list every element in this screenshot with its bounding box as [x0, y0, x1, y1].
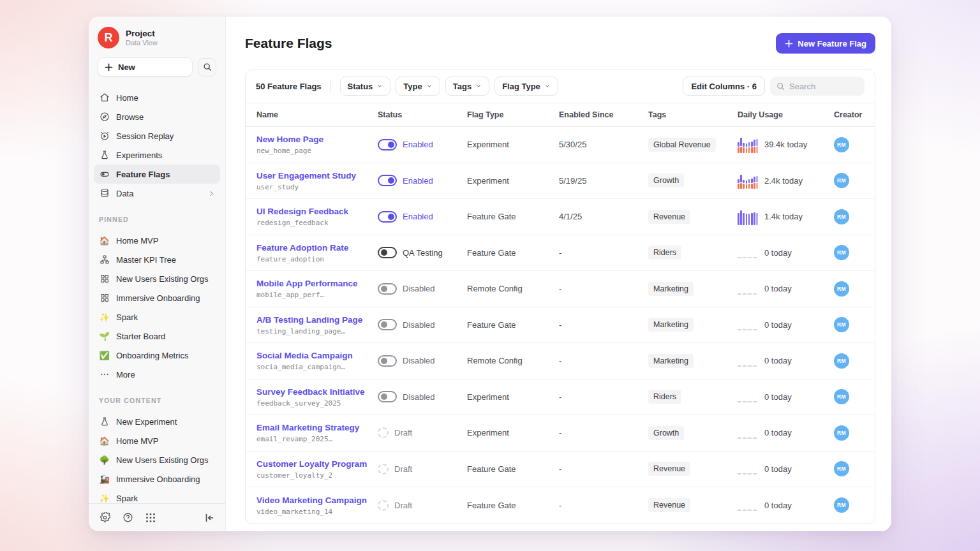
- your-content-item-home-mvp[interactable]: 🏠 Home MVP: [94, 431, 220, 450]
- status-toggle-icon[interactable]: [378, 247, 397, 258]
- browse-icon: [99, 112, 110, 122]
- collapse-sidebar-icon[interactable]: [204, 512, 215, 524]
- pinned-item-more[interactable]: More: [94, 365, 220, 384]
- table-row[interactable]: Email Marketing Strategy email_revamp_20…: [246, 415, 875, 452]
- sidebar-item-home[interactable]: Home: [94, 88, 220, 107]
- new-button[interactable]: New: [98, 57, 193, 77]
- your-content-item-immersive-onboarding[interactable]: 🚂 Immersive Onboarding: [94, 469, 220, 489]
- usage-label: 1.4k today: [764, 212, 803, 221]
- column-header-name[interactable]: Name: [256, 110, 378, 119]
- filter-chip-status[interactable]: Status: [340, 77, 391, 96]
- creator-avatar[interactable]: RM: [834, 317, 849, 332]
- creator-avatar[interactable]: RM: [834, 425, 849, 441]
- edit-columns-button[interactable]: Edit Columns · 6: [683, 77, 765, 96]
- new-feature-flag-button[interactable]: New Feature Flag: [776, 33, 875, 54]
- flag-name-link[interactable]: Video Marketing Campaign: [256, 495, 378, 506]
- search-input[interactable]: [789, 82, 858, 91]
- help-icon[interactable]: [122, 512, 133, 524]
- status-toggle-icon[interactable]: [378, 319, 397, 330]
- table-row[interactable]: New Home Page new_home_page Enabled Expe…: [246, 127, 875, 163]
- flag-name-link[interactable]: New Home Page: [256, 134, 378, 145]
- flag-name-link[interactable]: Survey Feedback Initiative: [256, 386, 378, 398]
- creator-avatar[interactable]: RM: [834, 389, 849, 404]
- table-row[interactable]: Feature Adoption Rate feature_adoption Q…: [246, 235, 875, 272]
- flag-name-link[interactable]: Customer Loyalty Program: [256, 459, 378, 470]
- creator-avatar[interactable]: RM: [834, 353, 849, 369]
- status-toggle-icon[interactable]: [378, 175, 397, 186]
- your-content-nav: New Experiment 🏠 Home MVP 🌳 New Users Ex…: [89, 408, 225, 511]
- sidebar-item-feature-flags[interactable]: Feature Flags: [94, 165, 220, 184]
- pinned-item-immersive-onboarding[interactable]: Immersive Onboarding: [94, 288, 220, 307]
- creator-avatar[interactable]: RM: [834, 281, 849, 297]
- flag-name-link[interactable]: Mobile App Performance: [256, 278, 378, 290]
- column-header-tags[interactable]: Tags: [648, 110, 738, 119]
- flag-type: Experiment: [467, 428, 559, 437]
- chevron-down-icon: [544, 83, 551, 89]
- table-row[interactable]: A/B Testing Landing Page testing_landing…: [246, 307, 875, 344]
- table-search[interactable]: [770, 77, 865, 96]
- sidebar-item-experiments[interactable]: Experiments: [94, 145, 220, 165]
- status-toggle-icon[interactable]: [378, 427, 389, 438]
- creator-avatar[interactable]: RM: [834, 209, 849, 224]
- creator-avatar[interactable]: RM: [834, 245, 849, 260]
- chevron-down-icon: [426, 83, 433, 89]
- status-toggle-icon[interactable]: [378, 283, 397, 295]
- creator-avatar[interactable]: RM: [834, 173, 849, 188]
- filter-chip-type[interactable]: Type: [396, 77, 440, 96]
- filter-chip-tags[interactable]: Tags: [445, 77, 489, 96]
- creator-avatar[interactable]: RM: [834, 137, 849, 152]
- table-row[interactable]: Customer Loyalty Program customer_loyalt…: [246, 452, 875, 488]
- column-header-flag-type[interactable]: Flag Type: [467, 110, 559, 119]
- search-icon: [203, 62, 212, 71]
- status-toggle-icon[interactable]: [378, 500, 389, 511]
- flag-name-link[interactable]: A/B Testing Landing Page: [256, 314, 378, 326]
- flag-type: Experiment: [467, 392, 559, 402]
- project-subtitle: Data View: [126, 39, 158, 47]
- table-row[interactable]: User Engagement Study user_study Enabled…: [246, 163, 875, 200]
- new-feature-flag-label: New Feature Flag: [798, 39, 866, 48]
- page-title: Feature Flags: [245, 36, 332, 51]
- sidebar-item-label: Starter Board: [116, 332, 165, 341]
- settings-gear-icon[interactable]: [99, 512, 110, 524]
- your-content-item-new-experiment[interactable]: New Experiment: [94, 412, 220, 431]
- pinned-item-onboarding-metrics[interactable]: ✅ Onboarding Metrics: [94, 346, 220, 365]
- emoji-sparkles: ✨: [99, 493, 110, 504]
- sidebar-item-data[interactable]: Data: [94, 184, 220, 203]
- flag-name-link[interactable]: UI Redesign Feedback: [256, 206, 378, 217]
- flag-name-link[interactable]: Feature Adoption Rate: [256, 242, 378, 254]
- pinned-item-home-mvp[interactable]: 🏠 Home MVP: [94, 231, 220, 250]
- sidebar-item-browse[interactable]: Browse: [94, 107, 220, 126]
- creator-avatar[interactable]: RM: [834, 461, 849, 476]
- table-row[interactable]: Video Marketing Campaign video_marketing…: [246, 487, 875, 524]
- your-content-item-new-users-existing-orgs[interactable]: 🌳 New Users Existing Orgs: [94, 450, 220, 469]
- status-toggle-icon[interactable]: [378, 139, 397, 151]
- column-header-status[interactable]: Status: [378, 110, 467, 119]
- table-row[interactable]: UI Redesign Feedback redesign_feedback E…: [246, 199, 875, 235]
- filter-chip-flag-type[interactable]: Flag Type: [494, 77, 558, 96]
- flag-name-link[interactable]: Social Media Campaign: [256, 350, 378, 362]
- status-toggle-icon[interactable]: [378, 211, 397, 223]
- creator-avatar[interactable]: RM: [834, 497, 849, 513]
- table-row[interactable]: Survey Feedback Initiative feedback_surv…: [246, 379, 875, 416]
- flag-name-link[interactable]: User Engagement Study: [256, 170, 378, 182]
- apps-grid-icon[interactable]: [145, 512, 156, 524]
- column-header-enabled-since[interactable]: Enabled Since: [559, 110, 648, 119]
- pinned-item-spark[interactable]: ✨ Spark: [94, 307, 220, 327]
- status-toggle-icon[interactable]: [378, 464, 389, 474]
- table-row[interactable]: Mobile App Performance mobile_app_perf… …: [246, 271, 875, 307]
- usage-sparkline-chart: [738, 136, 758, 153]
- flag-type: Remote Config: [467, 284, 559, 293]
- status-toggle-icon[interactable]: [378, 355, 397, 367]
- flag-name-link[interactable]: Email Marketing Strategy: [256, 422, 378, 434]
- emoji-train: 🚂: [99, 474, 110, 485]
- table-row[interactable]: Social Media Campaign socia_media_campai…: [246, 343, 875, 379]
- pinned-item-starter-board[interactable]: 🌱 Starter Board: [94, 327, 220, 346]
- status-toggle-icon[interactable]: [378, 391, 397, 402]
- pinned-item-new-users-existing-orgs[interactable]: New Users Existing Orgs: [94, 269, 220, 288]
- column-header-daily-usage[interactable]: Daily Usage: [738, 110, 834, 119]
- column-header-creator[interactable]: Creator: [834, 110, 875, 119]
- sidebar-item-session-replay[interactable]: Session Replay: [94, 126, 220, 145]
- sidebar-search-button[interactable]: [198, 58, 216, 77]
- project-switcher[interactable]: R Project Data View: [89, 17, 225, 55]
- pinned-item-master-kpi-tree[interactable]: Master KPI Tree: [94, 250, 220, 269]
